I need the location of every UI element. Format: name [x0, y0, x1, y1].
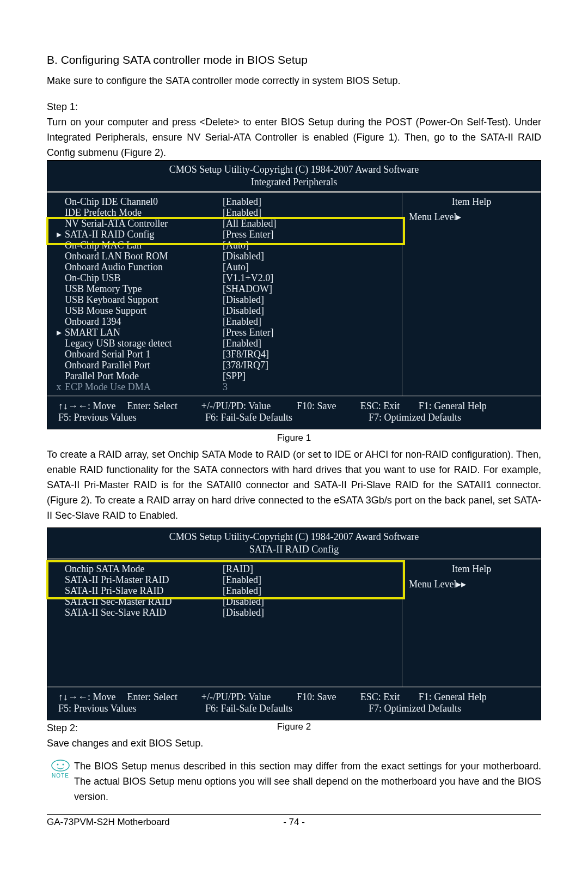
option-value: [Disabled]: [223, 305, 396, 317]
bios-option-row: Onboard LAN Boot ROM[Disabled]: [53, 251, 396, 262]
option-label: Onboard LAN Boot ROM: [65, 251, 223, 262]
key-failsafe: F6: Fail-Safe Defaults: [205, 412, 369, 423]
key-optimized: F7: Optimized Defaults: [369, 412, 488, 423]
key-exit: ESC: Exit: [360, 400, 419, 412]
svg-point-0: [52, 760, 69, 771]
bios-option-row: Onboard Audio Function[Auto]: [53, 262, 396, 272]
bios-option-row: IDE Prefetch Mode[Enabled]: [53, 207, 396, 218]
option-label: SMART LAN: [65, 327, 223, 338]
bios-option-row: Parallel Port Mode[SPP]: [53, 371, 396, 381]
key-failsafe: F6: Fail-Safe Defaults: [205, 703, 369, 714]
footer-page-number: - 74 -: [261, 817, 327, 828]
section-heading: B. Configuring SATA controller mode in B…: [47, 53, 541, 66]
svg-point-1: [57, 764, 59, 766]
key-help: F1: General Help: [419, 400, 535, 412]
key-value: +/-/PU/PD: Value: [201, 691, 297, 703]
mid-paragraph: To create a RAID array, set Onchip SATA …: [47, 447, 541, 523]
option-label: SATA-II Pri-Slave RAID: [65, 585, 223, 597]
bios-help-panel-1: Item Help Menu Level▸: [402, 193, 541, 396]
option-label: USB Memory Type: [65, 283, 223, 295]
step2-label: Step 2:: [47, 720, 212, 736]
row-marker-icon: x: [53, 381, 65, 393]
key-optimized: F7: Optimized Defaults: [369, 703, 488, 714]
bios-option-row: xECP Mode Use DMA3: [53, 381, 396, 392]
step1-paragraph: Turn on your computer and press <Delete>…: [47, 114, 541, 160]
bios-option-row: SATA-II Pri-Slave RAID[Enabled]: [53, 585, 396, 596]
option-label: Onboard Parallel Port: [65, 360, 223, 371]
option-value: [Press Enter]: [223, 229, 396, 240]
item-help-title: Item Help: [409, 196, 534, 208]
option-value: [Enabled]: [223, 338, 396, 349]
bios-footer-keys-2: ↑↓→←: Move Enter: Select +/-/PU/PD: Valu…: [47, 688, 541, 720]
option-label: Legacy USB storage detect: [65, 338, 223, 349]
key-save: F10: Save: [297, 691, 360, 703]
bios-option-row: SATA-II Sec-Slave RAID[Disabled]: [53, 607, 396, 618]
step1-label: Step 1:: [47, 99, 541, 114]
option-label: SATA-II RAID Config: [65, 229, 223, 240]
key-prev: F5: Previous Values: [58, 703, 205, 714]
bios-option-row: USB Keyboard Support[Disabled]: [53, 294, 396, 305]
bios-figure-1: CMOS Setup Utility-Copyright (C) 1984-20…: [47, 160, 541, 429]
option-value: [3F8/IRQ4]: [223, 349, 396, 360]
bios-help-panel-2: Item Help Menu Level▸▸: [402, 560, 541, 687]
bios-subtitle-2: SATA-II RAID Config: [47, 544, 541, 559]
bios-option-row: USB Mouse Support[Disabled]: [53, 305, 396, 316]
option-value: [Enabled]: [223, 207, 396, 218]
note-icon: NOTE: [47, 758, 74, 804]
bios-footer-keys-1: ↑↓→←: Move Enter: Select +/-/PU/PD: Valu…: [47, 397, 541, 429]
menu-level: Menu Level▸: [409, 211, 534, 223]
option-label: SATA-II Sec-Slave RAID: [65, 607, 223, 618]
option-label: On-Chip MAC Lan: [65, 240, 223, 251]
key-value: +/-/PU/PD: Value: [201, 400, 297, 412]
bios-option-row: ▸SATA-II RAID Config[Press Enter]: [53, 229, 396, 240]
option-label: Parallel Port Mode: [65, 371, 223, 382]
option-value: [Enabled]: [223, 196, 396, 208]
option-value: [378/IRQ7]: [223, 360, 396, 371]
bios-option-row: Legacy USB storage detect[Enabled]: [53, 338, 396, 349]
option-value: [SHADOW]: [223, 283, 396, 295]
note-label: NOTE: [52, 773, 69, 779]
bios-options-list-1: On-Chip IDE Channel0[Enabled]IDE Prefetc…: [47, 193, 402, 396]
key-enter: Enter: Select: [127, 400, 201, 412]
option-label: SATA-II Pri-Master RAID: [65, 574, 223, 586]
option-value: [Enabled]: [223, 574, 396, 586]
option-value: [All Enabled]: [223, 218, 396, 229]
intro-paragraph: Make sure to configure the SATA controll…: [47, 73, 541, 88]
option-label: Onboard 1394: [65, 316, 223, 327]
option-value: [Auto]: [223, 262, 396, 273]
step2-text: Save changes and exit BIOS Setup.: [47, 736, 541, 751]
option-label: On-Chip USB: [65, 272, 223, 284]
option-label: USB Mouse Support: [65, 305, 223, 317]
option-label: USB Keyboard Support: [65, 294, 223, 306]
bios-option-row: On-Chip USB[V1.1+V2.0]: [53, 272, 396, 283]
key-help: F1: General Help: [419, 691, 535, 703]
page-footer: GA-73PVM-S2H Motherboard - 74 -: [47, 814, 541, 828]
bios-header: CMOS Setup Utility-Copyright (C) 1984-20…: [47, 161, 541, 177]
option-value: 3: [223, 381, 396, 393]
key-enter: Enter: Select: [127, 691, 201, 703]
figure-2-caption: Figure 2: [212, 721, 377, 732]
item-help-title-2: Item Help: [409, 563, 534, 575]
bios-figure-2: CMOS Setup Utility-Copyright (C) 1984-20…: [47, 527, 541, 720]
bios-option-row: USB Memory Type[SHADOW]: [53, 283, 396, 294]
footer-model: GA-73PVM-S2H Motherboard: [47, 817, 261, 828]
key-prev: F5: Previous Values: [58, 412, 205, 423]
option-label: ECP Mode Use DMA: [65, 381, 223, 393]
option-label: IDE Prefetch Mode: [65, 207, 223, 218]
bios-subtitle-1: Integrated Peripherals: [47, 177, 541, 191]
option-value: [Enabled]: [223, 585, 396, 597]
option-value: [Press Enter]: [223, 327, 396, 338]
option-label: Onboard Serial Port 1: [65, 349, 223, 360]
option-value: [RAID]: [223, 563, 396, 575]
note-text: The BIOS Setup menus described in this s…: [74, 758, 541, 804]
bios-option-row: Onboard Parallel Port[378/IRQ7]: [53, 360, 396, 371]
option-label: SATA-II Sec-Master RAID: [65, 596, 223, 608]
bios-option-row: Onchip SATA Mode[RAID]: [53, 563, 396, 574]
bios-option-row: Onboard Serial Port 1[3F8/IRQ4]: [53, 349, 396, 360]
bios-option-row: NV Serial-ATA Controller[All Enabled]: [53, 218, 396, 229]
key-move: ↑↓→←: Move: [58, 400, 127, 412]
option-label: On-Chip IDE Channel0: [65, 196, 223, 208]
bios-option-row: On-Chip MAC Lan[Auto]: [53, 240, 396, 251]
row-marker-icon: ▸: [53, 228, 65, 240]
option-value: [Enabled]: [223, 316, 396, 327]
